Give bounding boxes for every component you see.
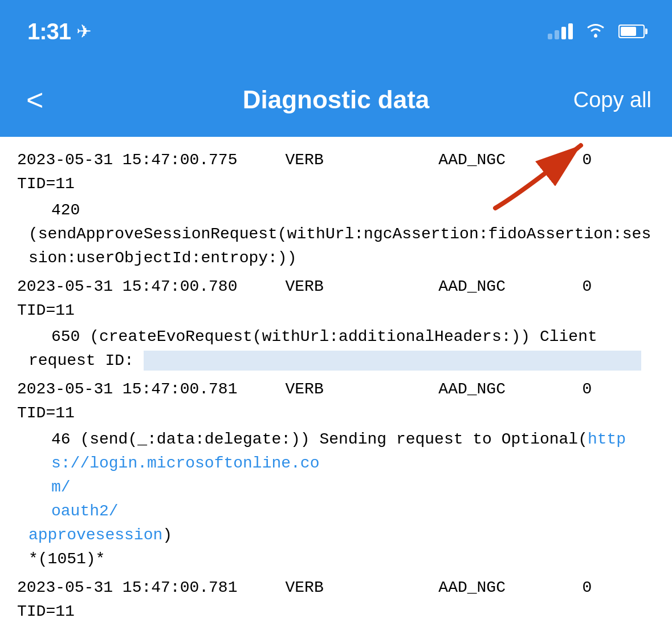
- status-right: [548, 21, 645, 42]
- highlight-text: [144, 351, 642, 371]
- copy-all-button[interactable]: Copy all: [573, 88, 651, 112]
- log-count: 0: [582, 380, 592, 398]
- log-link-2[interactable]: approvesession: [28, 526, 162, 544]
- log-detail-2: *(1051)*: [17, 547, 655, 571]
- log-body: 420: [17, 198, 655, 222]
- log-module: AAD_NGC: [438, 380, 506, 398]
- back-button[interactable]: <: [21, 79, 49, 120]
- log-level: VERB: [285, 380, 323, 398]
- list-item: 2023-05-31 15:47:00.780 VERB AAD_NGC 0 T…: [17, 275, 655, 373]
- log-link-cont: approvesession): [17, 523, 655, 547]
- log-level: VERB: [285, 278, 323, 295]
- log-body: 650 (createEvoRequest(withUrl:additional…: [17, 325, 655, 349]
- list-item: 2023-05-31 15:47:00.775 VERB AAD_NGC 0 T…: [17, 148, 655, 270]
- log-timestamp: 2023-05-31 15:47:00.781: [17, 380, 237, 398]
- status-left: 1:31 ✈: [27, 19, 92, 44]
- log-content: 2023-05-31 15:47:00.775 VERB AAD_NGC 0 T…: [0, 137, 672, 622]
- log-level: VERB: [285, 151, 323, 169]
- nav-bar: < Diagnostic data Copy all: [0, 63, 672, 137]
- log-tid: TID=11: [17, 603, 75, 620]
- log-count: 0: [582, 579, 592, 596]
- log-link[interactable]: https://login.microsoftonline.com/ /oaut…: [51, 430, 672, 520]
- log-detail: (sendApproveSessionRequest(withUrl:ngcAs…: [17, 222, 655, 270]
- list-item: 2023-05-31 15:47:00.781 VERB AAD_NGC 0 T…: [17, 576, 655, 622]
- status-time: 1:31: [27, 19, 71, 44]
- log-tid: TID=11: [17, 404, 75, 422]
- log-module: AAD_NGC: [438, 151, 506, 169]
- log-timestamp: 2023-05-31 15:47:00.780: [17, 278, 237, 295]
- log-module: AAD_NGC: [438, 278, 506, 295]
- log-timestamp: 2023-05-31 15:47:00.781: [17, 579, 237, 596]
- signal-bars-icon: [548, 23, 573, 39]
- log-body: 46 (send(_:data:delegate:)) Sending requ…: [17, 428, 655, 523]
- list-item: 2023-05-31 15:47:00.781 VERB AAD_NGC 0 T…: [17, 377, 655, 571]
- log-count: 0: [582, 151, 592, 169]
- battery-icon: [618, 25, 645, 38]
- svg-point-0: [594, 34, 597, 38]
- page-title: Diagnostic data: [243, 86, 430, 114]
- log-level: VERB: [285, 579, 323, 596]
- log-count: 0: [582, 278, 592, 295]
- log-tid: TID=11: [17, 302, 75, 319]
- log-detail: request ID:: [17, 349, 655, 373]
- log-timestamp: 2023-05-31 15:47:00.775: [17, 151, 237, 169]
- status-bar: 1:31 ✈: [0, 0, 672, 63]
- log-module: AAD_NGC: [438, 579, 506, 596]
- log-tid: TID=11: [17, 175, 75, 193]
- wifi-icon: [584, 21, 607, 42]
- location-icon: ✈: [76, 21, 92, 42]
